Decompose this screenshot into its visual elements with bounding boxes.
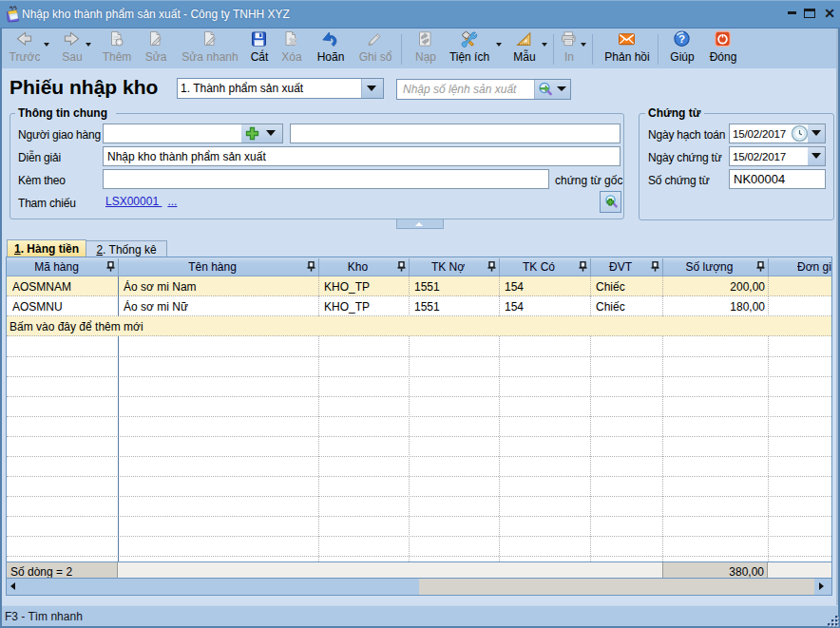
svg-text:?: ? <box>678 33 685 45</box>
